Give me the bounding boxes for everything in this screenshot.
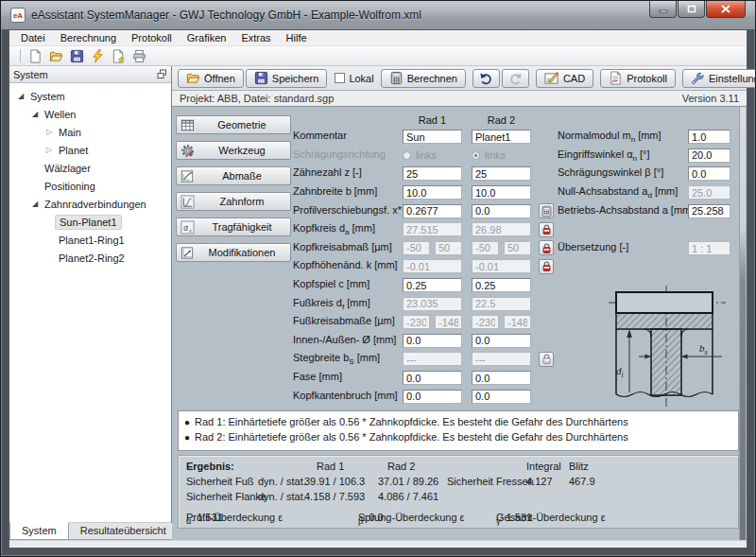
print-icon: [132, 49, 146, 63]
rad1-input[interactable]: [403, 334, 462, 348]
rad1-input: [403, 222, 462, 236]
field-label: Fußkreisabmaße [µm]: [293, 315, 403, 329]
lock-button[interactable]: [539, 222, 554, 237]
tab-resultateuebersicht[interactable]: Resultateübersicht: [68, 523, 179, 540]
rad1-input[interactable]: [403, 166, 462, 181]
open-folder-button[interactable]: [45, 47, 66, 65]
rad1-upper-input: [435, 315, 462, 329]
rad2-input[interactable]: [472, 390, 531, 404]
save-button[interactable]: [66, 47, 87, 65]
tree-item-zahnradverbindungen[interactable]: ◢Zahnradverbindungen: [9, 195, 171, 213]
close-icon: [721, 5, 730, 13]
tree-expander-icon[interactable]: ◢: [29, 200, 41, 208]
settings-button[interactable]: Einstellungen: [682, 69, 756, 88]
rad1-lower-input: [403, 241, 430, 255]
field-label: Kommentar: [293, 130, 403, 144]
tree-item-w-lzlager[interactable]: Wälzlager: [9, 159, 171, 177]
report-button[interactable]: [108, 47, 129, 65]
tree-item-label: Planet: [55, 144, 92, 157]
tree-expander-icon[interactable]: ◢: [29, 110, 41, 118]
overlap-sprung: Sprung-Überdeckung εβ: 0.0: [358, 512, 363, 526]
tree-expander-icon[interactable]: ▷: [43, 128, 55, 136]
vertical-scrollbar[interactable]: [739, 107, 746, 540]
tree-item-label: Wellen: [41, 108, 79, 121]
undo-button[interactable]: [472, 69, 500, 88]
menu-item-berechnung[interactable]: Berechnung: [53, 31, 124, 44]
calculator-button[interactable]: [539, 203, 554, 218]
tree-item-main[interactable]: ▷Main: [9, 123, 171, 141]
project-bar: Projekt: ABB, Datei: standard.sgp Versio…: [172, 91, 747, 107]
rad1-input[interactable]: [403, 278, 462, 292]
tab-system[interactable]: System: [9, 522, 69, 540]
nav-button-zahnform[interactable]: Zahnform: [176, 192, 291, 211]
lock-red-icon: [541, 260, 553, 272]
param-input: [688, 241, 730, 255]
nav-button-geometrie[interactable]: Geometrie: [176, 115, 291, 134]
radio-links-rad1: [403, 151, 411, 160]
tree-item-planet[interactable]: ▷Planet: [9, 141, 171, 159]
rad2-input[interactable]: [472, 185, 531, 200]
new-document-button[interactable]: [25, 47, 45, 65]
menu-item-hilfe[interactable]: Hilfe: [279, 31, 315, 44]
lock-button[interactable]: [539, 259, 554, 274]
system-panel: System ◢System◢Wellen▷Main▷PlanetWälzlag…: [9, 66, 172, 540]
lightning-button[interactable]: [87, 47, 108, 65]
minimize-button[interactable]: [649, 1, 677, 18]
rad1-input[interactable]: [403, 185, 462, 200]
tree-expander-icon[interactable]: ▷: [43, 146, 55, 154]
param-input[interactable]: [688, 166, 730, 181]
tree-item-wellen[interactable]: ◢Wellen: [9, 105, 171, 123]
cad-button[interactable]: CAD: [536, 69, 593, 88]
float-panel-icon[interactable]: [157, 69, 167, 79]
rad2-input[interactable]: [472, 130, 531, 144]
menu-item-datei[interactable]: Datei: [13, 31, 53, 44]
param-input[interactable]: [688, 148, 730, 163]
redo-button[interactable]: [502, 69, 529, 88]
report-button[interactable]: Protokoll: [600, 69, 676, 88]
menu-item-grafiken[interactable]: Grafiken: [180, 31, 234, 44]
local-checkbox[interactable]: [335, 73, 345, 83]
menu-item-extras[interactable]: Extras: [233, 31, 278, 44]
lock-button[interactable]: [539, 352, 554, 367]
rad2-input[interactable]: [472, 371, 531, 385]
field-label: Kopfhöhenänd. k [mm]: [293, 259, 403, 273]
tree-expander-icon[interactable]: ◢: [15, 92, 26, 100]
nav-button-tragf-higkeit[interactable]: σxTragfähigkeit: [176, 218, 291, 236]
tree-item-planet1-ring1[interactable]: Planet1-Ring1: [9, 231, 171, 249]
rad2-input[interactable]: [472, 278, 531, 292]
nav-button-modifikationen[interactable]: Modifikationen: [176, 243, 291, 262]
result-value: 4.158 / 7.593: [304, 491, 365, 502]
project-info: Projekt: ABB, Datei: standard.sgp: [180, 93, 334, 104]
tree-item-positioning[interactable]: Positioning: [9, 177, 171, 195]
print-button[interactable]: [129, 47, 149, 65]
rad1-input[interactable]: [403, 371, 462, 385]
menu-item-protokoll[interactable]: Protokoll: [124, 31, 180, 44]
tree-item-sun-planet1[interactable]: Sun-Planet1: [9, 213, 171, 231]
window-title: eAssistant SystemManager - GWJ Technolog…: [31, 9, 421, 22]
save-button[interactable]: Speichern: [246, 69, 328, 88]
toolbar-grip[interactable]: [17, 49, 21, 62]
param-input[interactable]: [688, 130, 730, 144]
tree-item-system[interactable]: ◢System: [9, 87, 171, 105]
open-button[interactable]: Öffnen: [178, 69, 244, 88]
tree-item-planet2-ring2[interactable]: Planet2-Ring2: [9, 249, 171, 267]
maximize-button[interactable]: [678, 1, 705, 18]
rad1-input[interactable]: [403, 390, 462, 404]
lightning-icon: [91, 49, 105, 63]
rad2-input[interactable]: [472, 204, 531, 218]
title-bar[interactable]: eA eAssistant SystemManager - GWJ Techno…: [1, 1, 755, 29]
local-checkbox-label: Lokal: [349, 73, 373, 84]
rad1-input[interactable]: [403, 204, 462, 218]
rad2-input[interactable]: [472, 334, 531, 348]
calculate-button[interactable]: Berechnen: [381, 69, 466, 88]
param-input[interactable]: [688, 204, 730, 218]
rad2-input[interactable]: [472, 166, 531, 181]
rad1-input[interactable]: [403, 130, 462, 144]
system-panel-title: System: [13, 69, 48, 80]
nav-button-abma-e[interactable]: Abmaße: [176, 166, 291, 185]
modification-icon: [180, 246, 198, 260]
close-button[interactable]: [706, 1, 746, 18]
nav-button-label: Geometrie: [198, 119, 286, 131]
nav-button-werkzeug[interactable]: Werkzeug: [176, 141, 291, 160]
lock-button[interactable]: [539, 240, 554, 255]
